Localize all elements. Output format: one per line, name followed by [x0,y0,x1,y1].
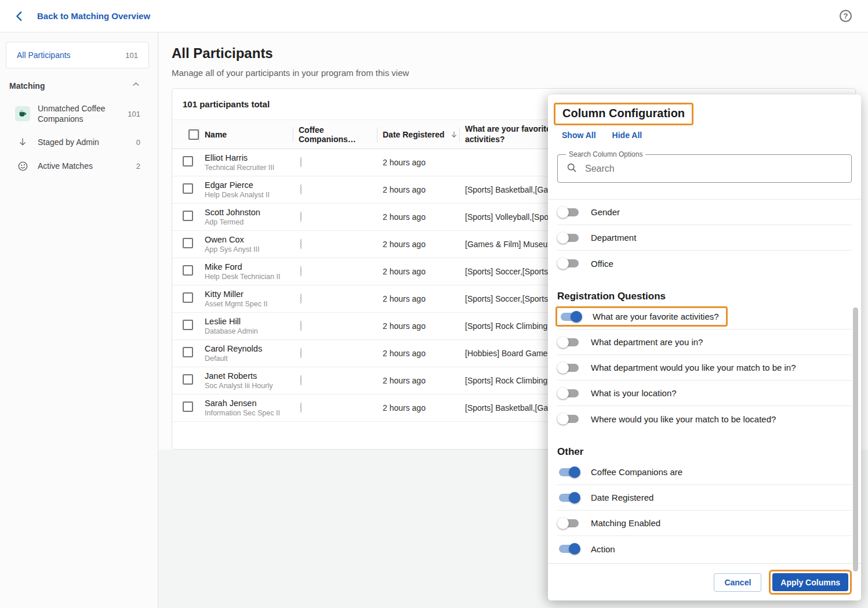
sort-desc-icon[interactable] [449,130,459,139]
row-checkbox[interactable] [183,374,193,385]
row-checkbox[interactable] [183,347,193,357]
column-header-date-registered[interactable]: Date Registered [377,120,459,149]
participant-name: Owen Cox [205,235,293,244]
nav-item-label: Active Matches [38,161,93,171]
row-checkbox[interactable] [183,292,193,303]
column-toggle-label: What department would you like your matc… [591,363,796,372]
sidebar-item-unmatched-coffee-companions[interactable]: Unmatched Coffee Companions 101 [0,97,158,131]
column-toggle-label: Matching Enabled [591,518,660,528]
participant-job-title: Asset Mgmt Spec II [205,300,293,308]
search-placeholder: Search [585,164,615,174]
sidebar-section-matching[interactable]: Matching [0,68,158,97]
column-toggle-switch[interactable] [559,234,579,242]
apply-columns-button[interactable]: Apply Columns [772,573,848,591]
date-registered: 2 hours ago [377,240,459,249]
date-registered: 2 hours ago [377,185,459,194]
panel-footer: Cancel Apply Columns [548,563,861,600]
participant-name: Scott Johnston [205,208,293,217]
column-toggle-row: Action [557,536,852,562]
column-toggle-row: What are your favorite activities? [557,304,852,330]
column-toggle-label: Gender [591,207,620,217]
column-toggle-row: Gender [557,200,852,225]
column-toggle-switch[interactable] [559,259,579,267]
cancel-button[interactable]: Cancel [714,573,761,592]
participant-name: Mike Ford [205,262,293,272]
toggle-group: What are your favorite activities? What … [557,304,852,432]
row-checkbox[interactable] [183,265,193,276]
panel-title: Column Configuration [562,107,685,120]
participant-job-title: Information Sec Spec II [205,409,293,417]
companion-avatar-placeholder [300,157,302,168]
sidebar-item-active-matches[interactable]: Active Matches 2 [0,154,158,178]
row-checkbox[interactable] [183,238,193,248]
page-title: All Participants [172,45,273,61]
column-toggle-switch[interactable] [559,545,579,553]
column-toggle-row: Matching Enabled [557,511,852,536]
participant-job-title: Help Desk Analyst II [205,191,293,199]
row-checkbox[interactable] [183,211,193,221]
sidebar-item-staged-by-admin[interactable]: Staged by Admin 0 [0,131,158,154]
page-subtitle: Manage all of your participants in your … [172,68,409,78]
date-registered: 2 hours ago [377,321,459,331]
date-registered: 2 hours ago [377,403,459,412]
chevron-up-icon[interactable] [132,80,140,91]
participant-job-title: Soc Analyst Iii Hourly [205,382,293,390]
row-checkbox[interactable] [183,156,193,167]
back-label: Back to Matching Overview [37,11,150,21]
arrow-down-icon [15,137,30,147]
column-toggle-row: Date Registered [557,485,852,511]
top-bar: Back to Matching Overview ? [0,0,868,32]
back-button[interactable]: Back to Matching Overview [13,10,150,23]
row-checkbox[interactable] [183,401,193,412]
sidebar-item-all-participants[interactable]: All Participants 101 [6,42,149,68]
column-toggle-row: Where would you like your match to be lo… [557,406,852,432]
search-column-options-input[interactable]: Search Column Options Search [557,154,852,183]
column-toggle-switch[interactable] [559,494,579,502]
companion-avatar-placeholder [300,375,302,386]
date-registered: 2 hours ago [377,212,459,222]
column-toggle-label: What is your location? [591,388,677,398]
toggle-group: Gender Department Office [557,200,852,276]
hide-all-link[interactable]: Hide All [612,131,642,140]
participant-name: Sarah Jensen [205,399,293,408]
column-toggle-switch[interactable] [559,415,579,423]
column-toggle-switch[interactable] [559,468,579,476]
row-checkbox[interactable] [183,320,193,330]
show-all-link[interactable]: Show All [562,131,596,140]
column-toggle-label: Office [591,259,613,269]
participant-job-title: Default [205,354,293,363]
column-toggle-row: Coffee Companions are [557,459,852,485]
apply-button-highlight: Apply Columns [769,570,852,595]
nav-item-count: 0 [136,138,140,147]
participant-name: Edgar Pierce [205,180,293,190]
column-toggle-switch[interactable] [559,519,579,527]
column-toggle-switch[interactable] [559,208,579,216]
column-toggle-row: Department [557,225,852,251]
companion-avatar-placeholder [300,238,302,249]
help-icon[interactable]: ? [840,10,852,22]
coffee-cup-icon [15,106,30,121]
column-configuration-panel: Column Configuration Show All Hide All S… [548,95,861,600]
matching-section-label: Matching [9,81,45,91]
panel-scrollbar-thumb[interactable] [853,307,858,571]
column-toggle-label: Where would you like your match to be lo… [591,414,776,424]
column-header-coffee-companions[interactable]: Coffee Companions… [293,120,377,149]
column-toggle-switch[interactable] [559,338,579,346]
column-toggle-switch[interactable] [559,364,579,372]
select-all-checkbox[interactable] [188,129,199,140]
all-participants-count: 101 [125,51,138,60]
date-registered: 2 hours ago [377,349,459,358]
column-toggle-label: Date Registered [591,493,653,502]
column-toggle-switch[interactable] [559,389,579,397]
nav-item-label: Staged by Admin [38,137,99,147]
participant-name: Elliot Harris [205,153,293,162]
row-checkbox[interactable] [183,183,193,194]
column-toggle-row: What is your location? [557,381,852,406]
nav-item-count: 101 [128,110,140,118]
search-field-label: Search Column Options [566,150,645,158]
column-toggle-label: Action [591,544,615,554]
column-toggle-switch[interactable] [561,313,580,321]
column-header-name[interactable]: Name [199,120,293,149]
column-toggle-label: Coffee Companions are [591,467,682,477]
all-participants-label: All Participants [17,50,71,60]
